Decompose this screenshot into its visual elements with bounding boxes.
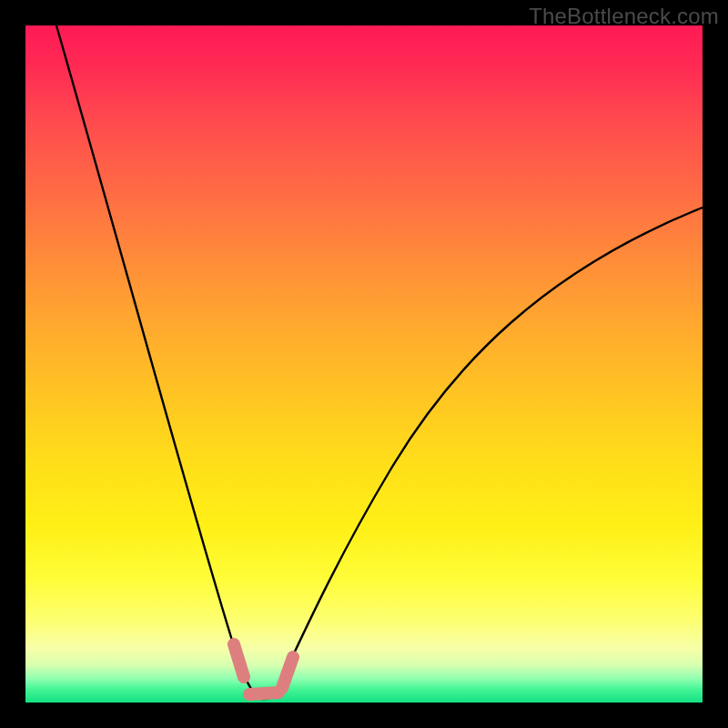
watermark-text: TheBottleneck.com bbox=[529, 4, 719, 29]
chart-curves-svg bbox=[25, 25, 703, 703]
highlight-bottom bbox=[249, 693, 278, 694]
highlight-right bbox=[282, 657, 293, 688]
highlight-left bbox=[234, 644, 244, 677]
bottleneck-curve bbox=[56, 25, 703, 699]
chart-frame: TheBottleneck.com bbox=[0, 0, 728, 728]
chart-plot-area bbox=[25, 25, 703, 703]
